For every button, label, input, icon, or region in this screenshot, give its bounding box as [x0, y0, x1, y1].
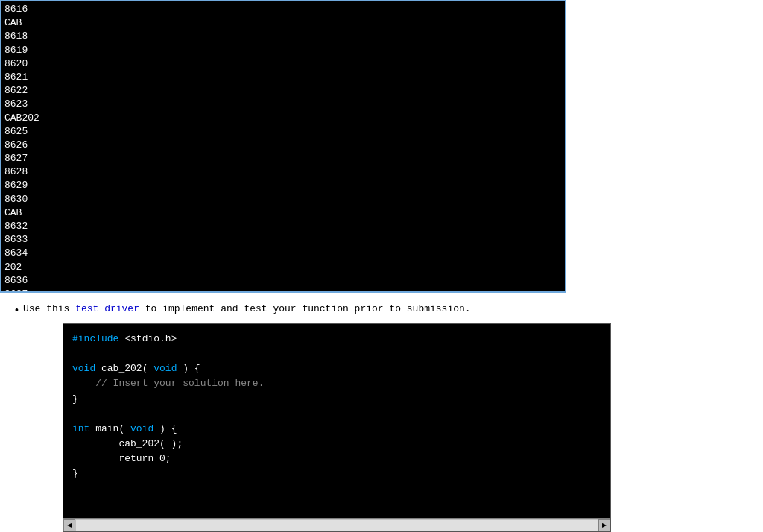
list-item: 8630 [4, 193, 562, 206]
list-item: 8616 [4, 3, 562, 16]
scroll-right-arrow[interactable]: ▶ [598, 519, 610, 531]
list-item: 8622 [4, 84, 562, 98]
list-item: 8626 [4, 139, 562, 152]
code-line [72, 346, 601, 361]
list-item: 8623 [4, 98, 562, 111]
top-list-container: 8616CAB861886198620862186228623CAB202862… [0, 0, 566, 293]
list-item: 8637 [4, 288, 562, 291]
code-line: } [72, 392, 601, 407]
scroll-left-arrow[interactable]: ◀ [63, 519, 75, 531]
code-line: cab_202( ); [72, 437, 601, 452]
bullet-link[interactable]: test driver [75, 303, 139, 314]
list-item: 8618 [4, 30, 562, 43]
bullet-prefix: Use this [23, 303, 75, 314]
list-item: 8619 [4, 44, 562, 57]
code-line: void cab_202( void ) { [72, 361, 601, 376]
list-item: 8628 [4, 165, 562, 179]
list-item: 8632 [4, 220, 562, 233]
code-line [72, 407, 601, 422]
scrollable-list[interactable]: 8616CAB861886198620862186228623CAB202862… [1, 1, 565, 291]
list-item: 8621 [4, 71, 562, 84]
list-item: 8633 [4, 233, 562, 247]
code-line: int main( void ) { [72, 422, 601, 437]
bullet-suffix: to implement and test your function prio… [139, 303, 471, 314]
list-item: 202 [4, 261, 562, 274]
list-item: 8636 [4, 274, 562, 288]
code-line: // Insert your solution here. [72, 376, 601, 391]
bullet-text: Use this test driver to implement and te… [23, 303, 471, 314]
scroll-track-horizontal[interactable] [76, 520, 598, 531]
code-line: return 0; [72, 452, 601, 466]
code-line: #include <stdio.h> [72, 332, 601, 346]
code-block: #include <stdio.h> void cab_202( void ) … [63, 324, 610, 518]
list-item: 8620 [4, 57, 562, 71]
code-line: } [72, 466, 601, 481]
list-item: 8627 [4, 152, 562, 165]
list-item: CAB202 [4, 112, 562, 125]
list-item: CAB [4, 16, 562, 30]
code-container: #include <stdio.h> void cab_202( void ) … [63, 323, 611, 532]
code-bottom-bar: ◀ ▶ [63, 518, 610, 531]
bullet-section: • Use this test driver to implement and … [0, 293, 763, 323]
list-item: 8625 [4, 125, 562, 139]
list-item: CAB [4, 206, 562, 220]
bullet-dot: • [15, 304, 19, 316]
list-item: 8634 [4, 247, 562, 260]
list-item: 8629 [4, 179, 562, 192]
